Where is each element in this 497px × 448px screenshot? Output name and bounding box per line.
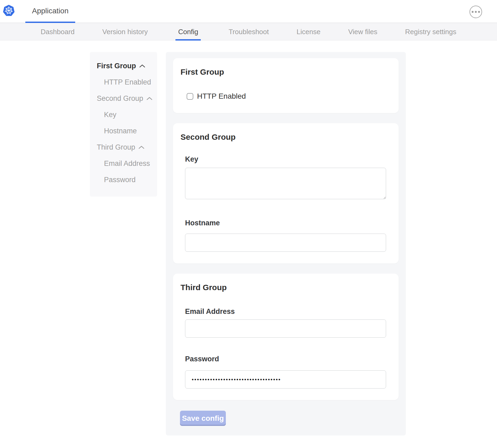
sidebar-item-second-group[interactable]: Second Group: [90, 90, 157, 107]
sidebar-item-email-address[interactable]: Email Address: [90, 155, 157, 172]
sidebar-item-label: HTTP Enabled: [104, 78, 151, 86]
tab-dashboard[interactable]: Dashboard: [41, 23, 75, 41]
password-input[interactable]: [185, 370, 386, 389]
http-enabled-label: HTTP Enabled: [197, 92, 246, 101]
group-title: First Group: [181, 67, 399, 77]
save-config-button[interactable]: Save config: [180, 411, 226, 426]
sidebar-item-label: First Group: [97, 62, 136, 70]
kubernetes-logo: [3, 5, 15, 17]
config-panel: First Group HTTP Enabled Second Group Ke…: [166, 52, 406, 435]
email-address-label: Email Address: [185, 307, 399, 316]
key-label: Key: [185, 155, 399, 163]
sidebar-item-hostname[interactable]: Hostname: [90, 123, 157, 139]
tab-config[interactable]: Config: [175, 23, 201, 41]
app-subnav: Dashboard Version history Config Trouble…: [0, 23, 497, 41]
group-title: Second Group: [181, 132, 399, 142]
sidebar-item-first-group[interactable]: First Group: [90, 58, 157, 74]
config-group-third: Third Group Email Address Password: [173, 274, 399, 400]
chevron-up-icon: [146, 97, 153, 100]
sidebar-item-label: Hostname: [104, 127, 137, 135]
top-bar: Application: [0, 0, 497, 23]
tab-troubleshoot[interactable]: Troubleshoot: [229, 23, 269, 41]
chevron-up-icon: [138, 146, 145, 149]
config-page: First Group HTTP Enabled Second Group Ke…: [0, 41, 497, 448]
sidebar-item-label: Key: [104, 111, 117, 119]
sidebar-item-label: Second Group: [97, 94, 143, 103]
config-group-first: First Group HTTP Enabled: [173, 58, 399, 113]
application-tab[interactable]: Application: [25, 0, 75, 23]
config-sidebar: First Group HTTP Enabled Second Group Ke…: [90, 52, 157, 197]
http-enabled-checkbox[interactable]: [187, 93, 193, 100]
sidebar-item-label: Email Address: [104, 159, 150, 168]
sidebar-item-third-group[interactable]: Third Group: [90, 139, 157, 155]
ellipsis-icon[interactable]: [470, 6, 482, 18]
sidebar-item-label: Password: [104, 176, 136, 184]
password-label: Password: [185, 355, 399, 363]
sidebar-item-key[interactable]: Key: [90, 107, 157, 123]
tab-version-history[interactable]: Version history: [102, 23, 148, 41]
sidebar-item-label: Third Group: [97, 143, 135, 151]
tab-registry-settings[interactable]: Registry settings: [405, 23, 456, 41]
email-address-input[interactable]: [185, 319, 386, 338]
group-title: Third Group: [181, 283, 399, 292]
sidebar-item-http-enabled[interactable]: HTTP Enabled: [90, 74, 157, 90]
sidebar-item-password[interactable]: Password: [90, 172, 157, 188]
config-group-second: Second Group Key Hostname: [173, 123, 399, 263]
http-enabled-field: HTTP Enabled: [187, 92, 399, 101]
tab-view-files[interactable]: View files: [348, 23, 377, 41]
hostname-label: Hostname: [185, 219, 399, 227]
hostname-input[interactable]: [185, 234, 386, 252]
key-textarea[interactable]: [185, 168, 386, 199]
tab-license[interactable]: License: [296, 23, 320, 41]
chevron-up-icon: [139, 64, 145, 68]
